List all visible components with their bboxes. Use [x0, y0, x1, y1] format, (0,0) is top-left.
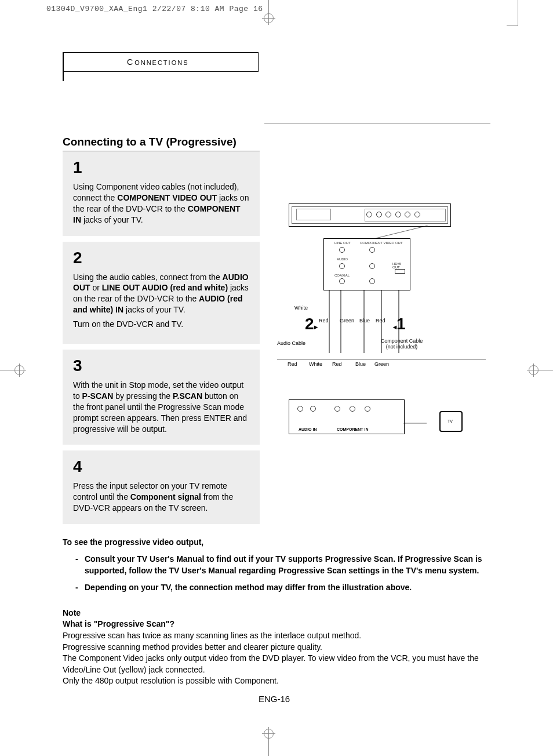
cable-label: Audio Cable — [277, 340, 305, 346]
tv-icon — [439, 411, 463, 432]
panel-label: COAXIAL — [334, 274, 392, 277]
jack-panel: LINE OUT COMPONENT VIDEO OUT AUDIO COAXI… — [323, 238, 410, 290]
color-label: White — [294, 305, 308, 311]
step-text: With the unit in Stop mode, set the vide… — [73, 380, 249, 434]
step-text: Press the input selector on your TV remo… — [73, 481, 249, 514]
panel-label: COMPONENT VIDEO OUT — [360, 241, 418, 245]
tv-rear-panel: AUDIO IN COMPONENT IN — [289, 399, 405, 434]
crop-mark — [19, 364, 20, 377]
crop-mark — [539, 370, 553, 370]
dvd-vcr-rear — [289, 203, 451, 227]
color-label: Green — [374, 361, 389, 367]
step-1: 1 Using Component video cables (not incl… — [63, 151, 260, 236]
step-2: 2 Using the audio cables, connect from t… — [63, 242, 260, 344]
crop-mark — [268, 739, 269, 756]
color-label: White — [309, 361, 322, 367]
bullet-item: Depending on your TV, the connection met… — [75, 582, 486, 594]
section-header: CONNECTIONS — [63, 52, 259, 72]
color-label: Red — [332, 361, 342, 367]
step-text: Using Component video cables (not includ… — [73, 181, 249, 226]
color-label: Red — [319, 318, 329, 324]
section-divider — [63, 52, 64, 81]
tv-label: AUDIO IN — [299, 427, 317, 431]
crop-mark — [268, 12, 269, 25]
panel-label: HDMI OUT — [392, 262, 409, 269]
section-label-first: C — [127, 57, 134, 67]
cable-label: Component Cable (not included) — [376, 338, 428, 350]
svg-line-0 — [376, 226, 428, 238]
note-line: Progressive scanning method provides bet… — [63, 642, 486, 653]
page-number: ENG-16 — [63, 694, 486, 704]
page-title: Connecting to a TV (Progressive) — [63, 136, 486, 148]
divider-line — [264, 123, 490, 123]
section-label-rest: ONNECTIONS — [134, 59, 188, 66]
diagram-step-1: ◂1 — [393, 315, 406, 333]
step-number: 4 — [73, 457, 249, 476]
note-line: The Component Video jacks only output vi… — [63, 653, 486, 675]
diagram-step-2: 2▸ — [305, 315, 318, 333]
tv-label: COMPONENT IN — [337, 427, 368, 431]
panel-label: AUDIO — [337, 257, 395, 261]
color-label: Blue — [359, 318, 370, 324]
crop-mark — [518, 0, 518, 26]
divider-line — [277, 359, 486, 360]
step-4: 4 Press the input selector on your TV re… — [63, 450, 260, 524]
color-label: Green — [340, 318, 354, 324]
connection-diagram: LINE OUT COMPONENT VIDEO OUT AUDIO COAXI… — [277, 203, 463, 447]
subsection-heading: To see the progressive video output, — [63, 537, 486, 548]
crop-mark — [0, 370, 14, 370]
color-label: Blue — [355, 361, 366, 367]
step-number: 3 — [73, 357, 249, 375]
crop-mark — [507, 26, 518, 26]
step-number: 2 — [73, 249, 249, 267]
note-heading: What is "Progressive Scan"? — [63, 619, 486, 630]
crop-mark — [533, 364, 534, 377]
note-label: Note — [63, 608, 486, 619]
color-label: Red — [288, 361, 297, 367]
bullet-item: Consult your TV User's Manual to find ou… — [75, 554, 486, 576]
step-3: 3 With the unit in Stop mode, set the vi… — [63, 350, 260, 445]
step-number: 1 — [73, 158, 249, 177]
color-label: Red — [376, 318, 385, 324]
note-line: Progressive scan has twice as many scann… — [63, 630, 486, 642]
note-line: Only the 480p output resolution is possi… — [63, 675, 486, 687]
print-header: 01304D_V9700_XAA_Eng1 2/22/07 8:10 AM Pa… — [46, 5, 263, 13]
step-text: Using the audio cables, connect from the… — [73, 272, 249, 330]
